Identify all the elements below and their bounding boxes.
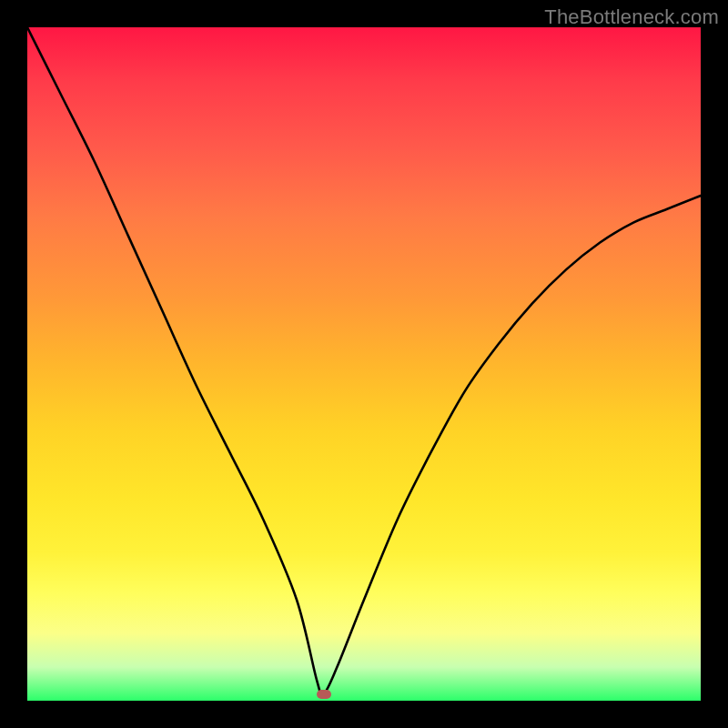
min-marker xyxy=(317,690,331,699)
curve-svg xyxy=(27,27,701,701)
plot-area xyxy=(27,27,701,701)
watermark-text: TheBottleneck.com xyxy=(544,5,719,29)
curve-path xyxy=(27,27,701,695)
chart-frame: TheBottleneck.com xyxy=(0,0,728,728)
